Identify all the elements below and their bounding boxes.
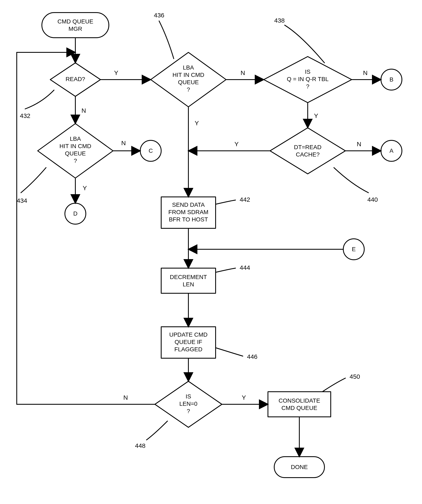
edge-d448-d432	[17, 52, 155, 404]
svg-rect-0	[42, 12, 109, 38]
node-d436-line3: QUEUE	[178, 79, 199, 85]
ref-450: 450	[350, 373, 360, 380]
ref-432: 432	[20, 112, 30, 119]
ref-438: 438	[274, 17, 285, 24]
edge-d448-p450-label: Y	[242, 394, 246, 401]
node-d434-line2: HIT IN CMD	[59, 143, 91, 149]
node-connB: B	[381, 69, 402, 90]
edge-d440-p442-label: Y	[234, 141, 239, 147]
edge-d440-connA-label: N	[357, 141, 361, 147]
edge-d448-d432-label: N	[123, 394, 128, 401]
edge-d432-d434-label: N	[82, 107, 86, 114]
node-p446: UPDATE CMD QUEUE IF FLAGGED	[161, 327, 216, 358]
node-p446-line2: QUEUE IF	[175, 339, 202, 345]
edge-d434-connD-label: Y	[83, 185, 87, 192]
node-d432: READ?	[50, 63, 100, 96]
node-d448-line1: IS	[186, 393, 191, 400]
node-d436: LBA HIT IN CMD QUEUE ?	[151, 52, 226, 107]
node-d440-line1: DT=READ	[294, 144, 321, 150]
ref-442: 442	[240, 196, 250, 203]
node-connE: E	[343, 239, 364, 260]
node-p442-line1: SEND DATA	[172, 202, 205, 208]
node-d432-line1: READ?	[65, 76, 85, 82]
node-d436-line1: LBA	[183, 64, 194, 71]
node-d434-line1: LBA	[70, 136, 81, 142]
node-start-line2: MGR	[68, 25, 82, 32]
node-d436-line4: ?	[187, 86, 190, 93]
edge-d434-connC-label: N	[121, 139, 126, 146]
node-d448-line2: LEN=0	[179, 401, 197, 407]
edge-d438-d440-label: Y	[314, 112, 318, 119]
node-connC-line1: C	[149, 147, 153, 154]
node-p450: CONSOLIDATE CMD QUEUE	[268, 392, 331, 417]
ref-434: 434	[17, 197, 27, 204]
node-d448-line3: ?	[187, 408, 190, 414]
node-connA-line1: A	[390, 147, 393, 154]
node-connE-line1: E	[352, 246, 356, 252]
ref-446: 446	[247, 353, 258, 360]
node-p442-line3: BFR TO HOST	[169, 216, 208, 223]
node-d434-line3: QUEUE	[65, 150, 86, 157]
node-d434: LBA HIT IN CMD QUEUE ?	[38, 124, 113, 178]
node-d434-line4: ?	[74, 157, 77, 164]
node-d438-line3: ?	[306, 83, 309, 90]
node-p450-line2: CMD QUEUE	[281, 405, 317, 411]
edge-d436-p442-label: Y	[195, 120, 199, 126]
flowchart: CMD QUEUE MGR READ? 432 LBA HIT IN CMD Q…	[0, 0, 422, 504]
node-p444-line2: LEN	[183, 281, 194, 288]
node-start-line1: CMD QUEUE	[57, 18, 93, 25]
node-d438-line2: Q = IN Q-R TBL	[287, 76, 328, 82]
node-d438: IS Q = IN Q-R TBL ?	[264, 57, 352, 103]
node-d448: IS LEN=0 ?	[155, 381, 222, 427]
node-d440-line2: CACHE?	[296, 151, 320, 158]
ref-440: 440	[367, 196, 378, 203]
node-d438-line1: IS	[305, 68, 311, 75]
ref-444: 444	[240, 264, 250, 271]
node-done: DONE	[274, 457, 324, 478]
node-d440: DT=READ CACHE?	[270, 128, 345, 174]
node-p446-line1: UPDATE CMD	[169, 331, 207, 338]
node-d436-line2: HIT IN CMD	[172, 72, 204, 78]
node-p442-line2: FROM SDRAM	[168, 209, 208, 215]
svg-rect-7	[161, 268, 216, 293]
svg-rect-10	[268, 392, 331, 417]
node-p450-line1: CONSOLIDATE	[279, 397, 320, 404]
node-connA: A	[381, 140, 402, 161]
ref-448: 448	[135, 442, 146, 449]
node-p446-line3: FLAGGED	[174, 346, 202, 353]
node-p444-line1: DECREMENT	[170, 274, 207, 280]
ref-436: 436	[154, 12, 164, 19]
node-connC: C	[140, 140, 161, 161]
svg-marker-5	[270, 128, 345, 174]
node-connD-line1: D	[73, 210, 77, 217]
node-start: CMD QUEUE MGR	[42, 12, 109, 38]
edge-d432-d436-label: Y	[114, 69, 118, 76]
node-p442: SEND DATA FROM SDRAM BFR TO HOST	[161, 197, 216, 228]
node-p444: DECREMENT LEN	[161, 268, 216, 293]
edge-d436-d438-label: N	[240, 69, 245, 76]
node-done-line1: DONE	[291, 464, 308, 470]
edge-d438-connB-label: N	[363, 69, 368, 76]
node-connD: D	[65, 203, 86, 224]
node-connB-line1: B	[390, 76, 393, 83]
